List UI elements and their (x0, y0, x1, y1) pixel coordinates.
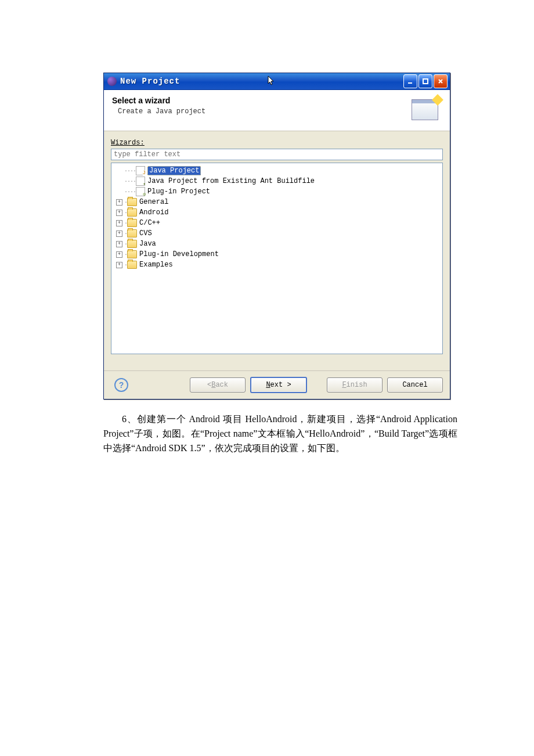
wizard-banner: Select a wizard Create a Java project (104, 90, 450, 131)
svg-rect-1 (423, 79, 428, 84)
wizard-tree[interactable]: ···· Java Project ···· Java Project from… (111, 163, 443, 354)
tree-folder-label: Plug-in Development (139, 250, 219, 258)
tree-folder-cvs[interactable]: + · CVS (113, 228, 441, 239)
titlebar[interactable]: New Project (104, 73, 450, 90)
expand-icon[interactable]: + (116, 210, 122, 216)
folder-icon (127, 229, 137, 237)
tree-connector-icon: ···· (124, 178, 136, 185)
tree-folder-java[interactable]: + · Java (113, 239, 441, 249)
back-button: < Back (190, 377, 246, 393)
help-icon[interactable]: ? (114, 378, 128, 392)
maximize-button[interactable] (418, 74, 432, 88)
tree-item-java-project[interactable]: ···· Java Project (113, 165, 441, 176)
tree-folder-plugin-dev[interactable]: + · Plug-in Development (113, 249, 441, 260)
folder-icon (127, 250, 137, 258)
tree-folder-label: Android (139, 208, 168, 217)
banner-subtitle: Create a Java project (112, 107, 412, 116)
expand-icon[interactable]: + (116, 241, 122, 247)
tree-folder-label: Java (139, 240, 156, 248)
tree-folder-label: Examples (139, 261, 173, 269)
banner-title: Select a wizard (112, 96, 412, 105)
wizards-label: Wizards: (111, 139, 145, 147)
close-button[interactable] (434, 74, 448, 88)
java-project-icon (136, 166, 145, 175)
tree-connector-icon: ···· (124, 189, 136, 195)
filter-input[interactable] (111, 149, 443, 160)
tree-item-label: Plug-in Project (147, 188, 210, 196)
tree-folder-android[interactable]: + · Android (113, 207, 441, 218)
cancel-button[interactable]: Cancel (387, 377, 443, 393)
button-bar: ? < Back Next > Finish Cancel (104, 370, 450, 399)
eclipse-icon (107, 77, 117, 86)
tree-folder-cpp[interactable]: + · C/C++ (113, 218, 441, 228)
folder-icon (127, 208, 137, 217)
folder-icon (127, 240, 137, 248)
tree-connector-icon: ···· (124, 168, 136, 174)
wizard-icon (412, 96, 442, 120)
tree-folder-label: C/C++ (139, 219, 160, 227)
folder-icon (127, 219, 137, 227)
expand-icon[interactable]: + (116, 220, 122, 226)
next-button[interactable]: Next > (250, 377, 307, 393)
tree-item-plugin-project[interactable]: ···· Plug-in Project (113, 186, 441, 197)
folder-icon (127, 261, 137, 269)
plugin-project-icon (136, 187, 145, 196)
window-title: New Project (120, 77, 395, 86)
finish-button: Finish (327, 377, 383, 393)
folder-icon (127, 198, 137, 206)
tree-folder-label: CVS (139, 229, 152, 237)
tree-folder-label: General (139, 198, 168, 206)
expand-icon[interactable]: + (116, 231, 122, 237)
expand-icon[interactable]: + (116, 251, 122, 258)
new-project-dialog: New Project Select a wizard (103, 73, 450, 399)
tree-item-label: Java Project (147, 166, 201, 175)
svg-rect-0 (408, 82, 412, 84)
tree-folder-general[interactable]: + · General (113, 197, 441, 207)
expand-icon[interactable]: + (116, 199, 122, 206)
cursor-icon (268, 75, 276, 88)
caption-paragraph: 6、创建第一个 Android 项目 HelloAndroid，新建项目，选择“… (103, 412, 457, 455)
caption-text: 6、创建第一个 Android 项目 HelloAndroid，新建项目，选择“… (103, 412, 457, 455)
minimize-button[interactable] (403, 74, 417, 88)
tree-item-java-ant-project[interactable]: ···· Java Project from Existing Ant Buil… (113, 176, 441, 186)
window-controls (403, 74, 450, 88)
expand-icon[interactable]: + (116, 262, 122, 268)
ant-project-icon (136, 177, 145, 186)
tree-folder-examples[interactable]: + · Examples (113, 260, 441, 270)
tree-item-label: Java Project from Existing Ant Buildfile (147, 177, 315, 185)
